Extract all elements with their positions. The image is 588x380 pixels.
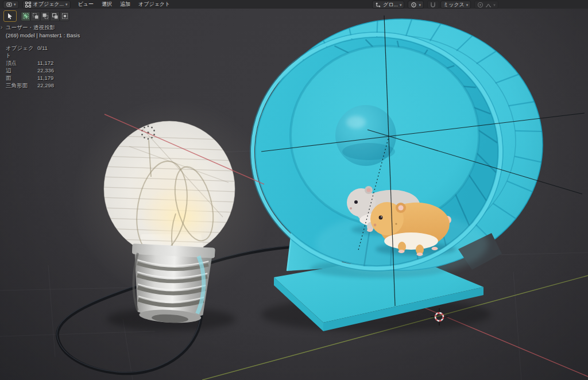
select-subtract-button[interactable] [40,11,50,21]
view-perspective-label: ユーザー・透視投影 [6,24,80,31]
select-invert-icon [52,13,58,19]
select-extend-icon [33,13,38,19]
viewport-3d[interactable] [0,0,588,380]
transform-orientation-dropdown[interactable]: グロ... ▾ [372,1,404,9]
select-intersect-button[interactable] [60,11,69,21]
orientation-axes-icon [375,2,381,8]
chevron-down-icon: ▾ [65,2,68,6]
proportional-editing-icon [477,2,483,8]
proportional-editing-group[interactable]: ▾ [474,1,498,9]
stat-tris: 三角形面22,298 [6,82,80,89]
blender-window: ▾ オブジェク... ▾ ビュー 選択 追加 オブジェクト グロ... ▾ [0,0,588,380]
hamster-wheel-object[interactable] [250,19,543,276]
falloff-curve-icon [485,2,492,8]
pivot-point-dropdown[interactable]: ▾ [408,1,424,9]
toolbar-toggle-arrow[interactable]: › [1,24,2,30]
chevron-down-icon: ▾ [14,2,16,6]
light-bulb-object[interactable] [102,121,237,325]
active-object-label: (269) model | hamster1 : Basis [6,32,80,39]
snap-mode-label: ミックス [443,1,465,9]
menu-select[interactable]: 選択 [102,1,112,8]
chevron-down-icon: ▾ [400,3,402,7]
select-invert-button[interactable] [50,11,60,21]
viewport-info-overlay: ユーザー・透視投影 (269) model | hamster1 : Basis… [6,24,80,89]
cursor-arrow-icon [7,13,13,20]
select-set-button[interactable] [21,11,30,21]
editor-type-button[interactable]: ▾ [3,1,19,9]
stat-verts: 頂点11,172 [6,59,80,67]
mode-dropdown[interactable]: オブジェク... ▾ [22,1,71,9]
orientation-label: グロ... [383,1,398,9]
snap-mode-dropdown[interactable]: ミックス ▾ [440,1,471,9]
mode-dropdown-label: オブジェク... [33,1,64,8]
select-subtract-icon [42,13,48,19]
snap-magnet-icon [430,2,436,8]
tool-settings-row [3,10,69,22]
viewport-header: ▾ オブジェク... ▾ ビュー 選択 追加 オブジェクト グロ... ▾ [0,0,588,9]
chevron-down-icon: ▾ [493,3,496,7]
scene-statistics: オブジェクト0/11 頂点11,172 辺22,336 面11,179 三角形面… [6,44,80,89]
stat-objects: オブジェクト0/11 [6,44,80,59]
active-tool-select-box-button[interactable] [3,10,17,22]
select-new-icon [23,13,29,19]
chevron-down-icon: ▾ [466,3,469,7]
menu-view[interactable]: ビュー [78,1,94,8]
menu-object[interactable]: オブジェクト [138,1,170,8]
bulb-screw-base [129,243,215,324]
menu-add[interactable]: 追加 [120,1,130,8]
select-intersect-icon [62,13,68,19]
snap-toggle-button[interactable] [427,1,439,9]
select-mode-group [21,11,69,21]
chevron-down-icon: ▾ [419,3,421,7]
stat-edges: 辺22,336 [6,67,80,74]
stat-faces: 面11,179 [6,74,80,82]
editor-type-icon [6,1,12,7]
pivot-point-icon [411,2,417,8]
select-extend-button[interactable] [30,11,40,21]
object-mode-icon [25,1,32,7]
